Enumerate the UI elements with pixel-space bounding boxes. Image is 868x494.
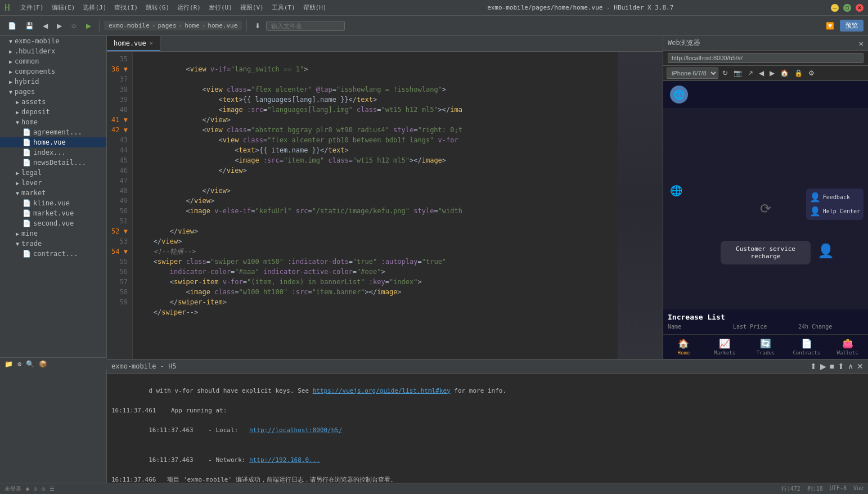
menu-jump[interactable]: 跳转(G) (142, 2, 173, 13)
close-button[interactable]: ✕ (856, 4, 863, 12)
sidebar-icon-3[interactable]: 🔍 (26, 360, 34, 368)
sidebar-icon-4[interactable]: 📦 (39, 360, 47, 368)
console-export-btn[interactable]: ⬆ (838, 362, 844, 371)
sidebar-item-home[interactable]: ▼ home (0, 117, 106, 127)
sidebar-item-hybrid[interactable]: ▶ hybrid (0, 77, 106, 87)
back-nav-icon[interactable]: ◀ (757, 69, 766, 78)
file-icon: 📄 (23, 250, 31, 258)
sidebar-item-home-vue[interactable]: 📄 home.vue (0, 137, 106, 147)
console-run-btn[interactable]: ▶ (820, 362, 826, 371)
mobile-nav-contracts[interactable]: 📄 Contracts (786, 335, 827, 359)
preview-button[interactable]: 预览 (840, 20, 863, 32)
security-icon[interactable]: 🔒 (793, 69, 804, 78)
forward-button[interactable]: ▶ (53, 21, 65, 31)
menu-publish[interactable]: 发行(U) (205, 2, 236, 13)
code-content[interactable]: <view v-if="lang_switch == 1"> <view cla… (133, 52, 618, 359)
console-link-1[interactable]: https://vuejs.org/guide/list.html#key (313, 387, 451, 394)
sidebar-item-market-vue[interactable]: 📄 market.vue (0, 208, 106, 218)
run-button[interactable]: ▶ (83, 21, 95, 31)
console-link-network[interactable]: http://192.168.0... (249, 456, 320, 464)
console-scroll-up[interactable]: ∧ (848, 362, 853, 371)
new-file-button[interactable]: 📄 (5, 21, 20, 31)
sidebar-item-index[interactable]: 📄 index... (0, 147, 106, 158)
mobile-nav-markets[interactable]: 📈 Markets (704, 335, 745, 359)
menu-help[interactable]: 帮助(H) (300, 2, 330, 13)
sidebar-item-trade[interactable]: ▼ trade (0, 239, 106, 249)
sidebar-item-legal[interactable]: ▶ legal (0, 168, 106, 178)
feedback-panel: 👤 Feedback 👤 Help Center (806, 188, 863, 220)
menu-select[interactable]: 选择(J) (79, 2, 110, 13)
user-icon: 👤 (817, 243, 834, 259)
sidebar-item-second[interactable]: 📄 second.vue (0, 218, 106, 228)
close-tab-icon[interactable]: ✕ (150, 40, 153, 46)
console-header: exmo-mobile - H5 ⬆ ▶ ■ ⬆ ∧ ✕ (107, 360, 868, 374)
sidebar-icon-2[interactable]: ⚙ (17, 360, 21, 368)
title-bar: H 文件(F) 编辑(E) 选择(J) 查找(I) 跳转(G) 运行(R) 发行… (0, 0, 868, 16)
markets-nav-label: Markets (714, 350, 735, 356)
sidebar-icon-1[interactable]: 📁 (5, 360, 13, 368)
menu-run[interactable]: 运行(R) (174, 2, 204, 13)
customer-service-box[interactable]: Customer service recharge (721, 241, 811, 264)
sidebar-item-hbuilderx[interactable]: ▶ .hbuilderx (0, 46, 106, 56)
bookmark-button[interactable]: ☆ (68, 21, 80, 31)
sidebar-item-deposit[interactable]: ▶ deposit (0, 107, 106, 117)
cursor-line: 行:472 (781, 485, 800, 493)
minimize-button[interactable]: ─ (831, 4, 839, 12)
code-editor[interactable]: 35 36 ▼ 37 38 39 40 41 ▼ 42 ▼ 43 44 45 4… (107, 52, 663, 359)
sidebar-item-market[interactable]: ▼ market (0, 188, 106, 198)
tab-home-vue[interactable]: home.vue ✕ (107, 36, 160, 51)
filter-button[interactable]: 🔽 (822, 21, 838, 31)
sidebar-item-assets[interactable]: ▶ assets (0, 97, 106, 107)
forward-nav-icon[interactable]: ▶ (768, 69, 776, 78)
breadcrumb-folder3[interactable]: home (185, 22, 200, 29)
mobile-nav-wallets[interactable]: 👛 Wallets (827, 335, 868, 359)
menu-find[interactable]: 查找(I) (111, 2, 141, 13)
screenshot-icon[interactable]: 📷 (732, 69, 744, 78)
mobile-nav-trades[interactable]: 🔄 Trades (745, 335, 786, 359)
browser-url-input[interactable] (668, 53, 863, 63)
console-line-3: 16:11:37.463 - Local: http://localhost:8… (111, 415, 863, 445)
sidebar-item-news[interactable]: 📄 newsDetail... (0, 158, 106, 168)
refresh-icon[interactable]: ↻ (721, 69, 730, 78)
download-button[interactable]: ⬇ (251, 21, 264, 31)
sidebar-item-agreement[interactable]: 📄 agreement... (0, 127, 106, 137)
breadcrumb-folder2[interactable]: pages (158, 22, 176, 29)
devtools-icon[interactable]: ⚙ (807, 69, 816, 78)
external-link-icon[interactable]: ↗ (746, 69, 755, 78)
menu-tools[interactable]: 工具(T) (268, 2, 299, 13)
save-button[interactable]: 💾 (22, 21, 37, 31)
mobile-nav-home[interactable]: 🏠 Home (663, 335, 704, 359)
console-link-local[interactable]: http://localhost:8000/h5/ (249, 426, 343, 434)
breadcrumb-folder1[interactable]: exmo-mobile (109, 22, 150, 29)
chevron-right-icon: ▶ (16, 170, 19, 176)
feedback-item[interactable]: 👤 Feedback (809, 192, 860, 203)
menu-file[interactable]: 文件(F) (17, 2, 47, 13)
breadcrumb-file[interactable]: home.vue (208, 22, 237, 29)
wallets-nav-icon: 👛 (842, 338, 853, 349)
sidebar-item-mine[interactable]: ▶ mine (0, 228, 106, 239)
sidebar-item-components[interactable]: ▶ components (0, 66, 106, 77)
console-line-1: d with v-for should have explicit keys. … (111, 376, 863, 406)
home-nav-icon[interactable]: 🏠 (779, 69, 790, 78)
sidebar-item-label: market (21, 189, 46, 197)
console-stop-btn[interactable]: ■ (830, 362, 834, 371)
menu-view[interactable]: 视图(V) (237, 2, 267, 13)
sidebar-item-root[interactable]: ▼ exmo-mobile (0, 36, 106, 46)
back-button[interactable]: ◀ (39, 21, 51, 31)
breadcrumb-sep1: › (152, 22, 156, 29)
menu-edit[interactable]: 编辑(E) (48, 2, 79, 13)
sidebar-item-contract[interactable]: 📄 contract... (0, 249, 106, 259)
sidebar-item-common[interactable]: ▶ common (0, 56, 106, 66)
file-search-input[interactable] (266, 21, 345, 31)
help-center-item[interactable]: 👤 Help Center (809, 206, 860, 217)
sidebar-item-pages[interactable]: ▼ pages (0, 87, 106, 97)
sidebar-item-lever[interactable]: ▶ lever (0, 178, 106, 188)
browser-close-button[interactable]: ✕ (859, 39, 863, 48)
device-selector[interactable]: iPhone 6/7/8 iPhone X iPad (667, 68, 718, 79)
sidebar-item-label: mine (21, 230, 38, 237)
sidebar-item-kline[interactable]: 📄 kline.vue (0, 198, 106, 208)
console-scroll-down[interactable]: ✕ (857, 362, 863, 371)
toolbar-separator (99, 20, 100, 32)
console-action-1[interactable]: ⬆ (810, 362, 817, 371)
maximize-button[interactable]: □ (843, 4, 851, 12)
